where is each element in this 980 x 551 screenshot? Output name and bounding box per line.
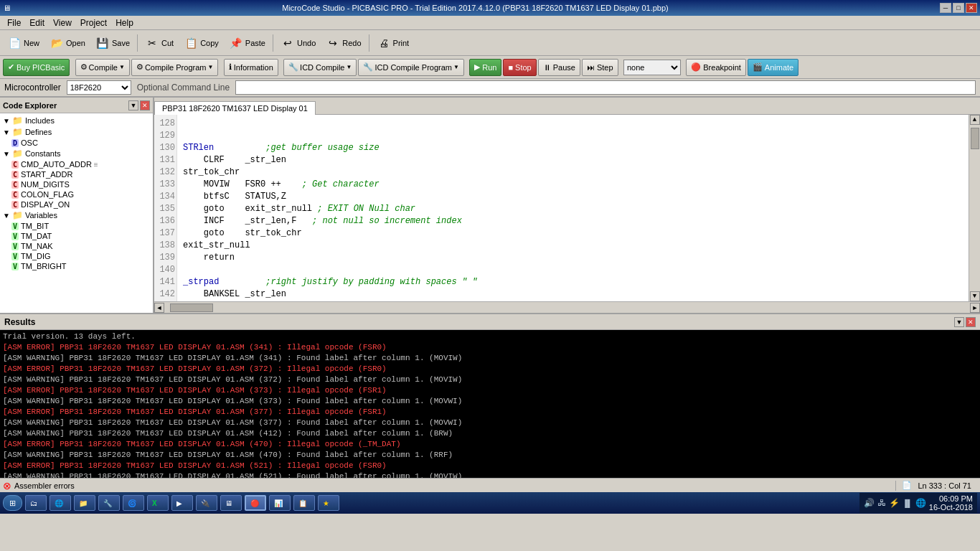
tree-item-tm-nak[interactable]: V TM_NAK xyxy=(0,241,153,251)
scroll-thumb[interactable] xyxy=(971,128,979,149)
save-label: Save xyxy=(112,39,130,47)
paste-label: Paste xyxy=(245,39,265,47)
vertical-scrollbar[interactable]: ▲ ▼ xyxy=(969,115,980,301)
tree-label-constants: Constants xyxy=(25,149,61,158)
optional-command-input[interactable] xyxy=(235,80,976,95)
menu-edit[interactable]: Edit xyxy=(25,17,49,29)
tree-item-includes[interactable]: ▼ 📁 Includes xyxy=(0,115,153,126)
menu-project[interactable]: Project xyxy=(76,17,111,29)
icd-compile-button[interactable]: 🔧 ICD Compile ▼ xyxy=(283,59,357,76)
tree-label-osc: OSC xyxy=(21,138,38,147)
minimize-button[interactable]: ─ xyxy=(940,3,951,13)
scroll-down-button[interactable]: ▼ xyxy=(970,291,980,301)
taskbar-item-app3[interactable]: 📁 xyxy=(74,495,95,511)
paste-button[interactable]: 📌 Paste xyxy=(225,33,270,53)
result-msg-4: [ASM ERROR] PBP31 18F2620 TM1637 LED DIS… xyxy=(3,385,977,396)
compile-button[interactable]: ⚙ Compile ▼ xyxy=(75,59,130,76)
menu-help[interactable]: Help xyxy=(111,17,138,29)
code-content[interactable]: STRlen ;get buffer usage size CLRF _str_… xyxy=(177,115,969,301)
tree-item-tm-bit[interactable]: V TM_BIT xyxy=(0,221,153,231)
taskbar-item-microcode[interactable]: 🔴 xyxy=(245,495,266,511)
menu-file[interactable]: File xyxy=(3,17,25,29)
information-button[interactable]: ℹ Information xyxy=(224,59,278,76)
pause-label: Pause xyxy=(553,63,575,72)
copy-label: Copy xyxy=(200,39,219,47)
start-button[interactable]: ⊞ xyxy=(3,495,22,511)
taskbar-item-usb[interactable]: 🔌 xyxy=(196,495,217,511)
taskbar-item-explorer[interactable]: 🗂 xyxy=(25,495,47,511)
h-scroll-thumb[interactable] xyxy=(170,303,213,312)
h-scroll-right-button[interactable]: ► xyxy=(970,303,980,313)
breakpoint-button[interactable]: 🔴 Breakpoint xyxy=(686,59,746,76)
tree-item-colon-flag[interactable]: C COLON_FLAG xyxy=(0,189,153,199)
taskbar-item-app10[interactable]: 📋 xyxy=(293,495,315,511)
menu-view[interactable]: View xyxy=(49,17,76,29)
animate-button[interactable]: 🎬 Animate xyxy=(748,59,798,76)
taskbar-item-app9[interactable]: 📊 xyxy=(269,495,291,511)
maximize-button[interactable]: □ xyxy=(953,3,964,13)
code-editor[interactable]: 1281291301311321331341351361371381391401… xyxy=(154,115,980,301)
step-label: Step xyxy=(597,63,613,72)
print-icon: 🖨 xyxy=(377,36,391,50)
buy-picbasic-button[interactable]: ✔ Buy PICBasic xyxy=(3,59,70,76)
app3-icon: 📁 xyxy=(79,499,88,507)
explorer-icon: 🗂 xyxy=(30,499,37,507)
icd-compile-program-button[interactable]: 🔧 ICD Compile Program ▼ xyxy=(358,59,464,76)
tree-item-defines[interactable]: ▼ 📁 Defines xyxy=(0,126,153,138)
taskbar-item-excel[interactable]: X xyxy=(147,495,169,511)
taskbar-item-chrome[interactable]: 🌐 xyxy=(50,495,71,511)
h-scroll-left-button[interactable]: ◄ xyxy=(154,303,164,313)
tree-item-variables[interactable]: ▼ 📁 Variables xyxy=(0,209,153,221)
redo-button[interactable]: ↪ Redo xyxy=(321,33,365,53)
tree-item-tm-dat[interactable]: V TM_DAT xyxy=(0,231,153,241)
stop-button[interactable]: ■ Stop xyxy=(503,59,536,76)
explorer-dropdown-button[interactable]: ▼ xyxy=(128,100,138,110)
tree-item-constants[interactable]: ▼ 📁 Constants xyxy=(0,148,153,159)
status-bar: ⊗ Assembler errors 📄 Ln 333 : Col 71 xyxy=(0,478,980,492)
scroll-up-button[interactable]: ▲ xyxy=(970,115,980,125)
tray-icon-2: 🖧 xyxy=(877,498,886,508)
taskbar-item-ie[interactable]: 🌀 xyxy=(123,495,144,511)
compile-program-button[interactable]: ⚙ Compile Program ▼ xyxy=(131,59,219,76)
tree-label-defines: Defines xyxy=(25,128,52,136)
tree-item-start-addr[interactable]: C START_ADDR xyxy=(0,169,153,179)
const-file-icon: C xyxy=(11,201,19,209)
step-button[interactable]: ⏭ Step xyxy=(582,59,618,76)
taskbar-item-star[interactable]: ★ xyxy=(318,495,339,511)
horizontal-scrollbar[interactable]: ◄ ► xyxy=(154,301,980,313)
taskbar-item-app8[interactable]: 🖥 xyxy=(220,495,242,511)
explorer-close-button[interactable]: ✕ xyxy=(140,100,150,110)
tree-item-tm-bright[interactable]: V TM_BRIGHT xyxy=(0,261,153,271)
tree-item-num-digits[interactable]: C NUM_DIGITS xyxy=(0,179,153,189)
menu-bar: File Edit View Project Help xyxy=(0,16,980,30)
cut-button[interactable]: ✂ Cut xyxy=(141,33,178,53)
tree-item-cmd-auto-addr[interactable]: C CMD_AUTO_ADDR ≡ xyxy=(0,159,153,169)
microcontroller-label: Microcontroller xyxy=(4,83,61,93)
result-msg-11: [ASM ERROR] PBP31 18F2620 TM1637 LED DIS… xyxy=(3,461,977,471)
debug-mode-select[interactable]: none xyxy=(623,60,681,75)
taskbar-item-media[interactable]: ▶ xyxy=(171,495,193,511)
results-dropdown-button[interactable]: ▼ xyxy=(954,317,964,327)
print-button[interactable]: 🖨 Print xyxy=(372,33,414,53)
tree-item-osc[interactable]: D OSC xyxy=(0,138,153,148)
new-button[interactable]: 📄 New xyxy=(3,33,44,53)
expand-icon: ▼ xyxy=(3,150,10,158)
tree-item-tm-dig[interactable]: V TM_DIG xyxy=(0,251,153,261)
chrome-icon: 🌐 xyxy=(55,499,63,507)
copy-button[interactable]: 📋 Copy xyxy=(179,33,223,53)
save-button[interactable]: 💾 Save xyxy=(91,33,134,53)
pause-button[interactable]: ⏸ Pause xyxy=(538,59,580,76)
tab-main-file[interactable]: PBP31 18F2620 TM1637 LED Display 01 xyxy=(154,101,316,115)
folder-icon: 📁 xyxy=(12,127,23,137)
run-button[interactable]: ▶ Run xyxy=(469,59,501,76)
microcontroller-select[interactable]: 18F2620 xyxy=(67,80,131,95)
results-close-button[interactable]: ✕ xyxy=(966,317,976,327)
undo-button[interactable]: ↩ Undo xyxy=(276,33,320,53)
taskbar-item-app4[interactable]: 🔧 xyxy=(98,495,120,511)
tree-item-display-on[interactable]: C DISPLAY_ON xyxy=(0,199,153,209)
close-button[interactable]: ✕ xyxy=(966,3,977,13)
app8-icon: 🖥 xyxy=(225,499,232,507)
open-button[interactable]: 📂 Open xyxy=(45,33,90,53)
separator-1 xyxy=(137,34,138,52)
results-content[interactable]: Trial version. 13 days left. [ASM ERROR]… xyxy=(0,330,980,478)
